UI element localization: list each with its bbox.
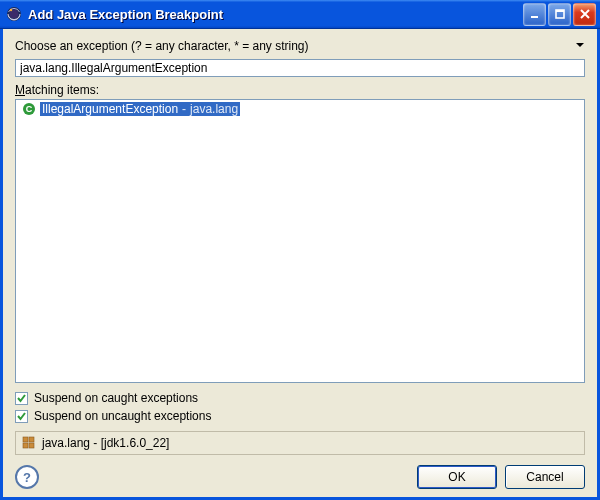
help-button[interactable]: ? bbox=[15, 465, 39, 489]
list-item-text: IllegalArgumentException - java.lang bbox=[40, 102, 240, 116]
separator: - bbox=[182, 102, 186, 116]
svg-rect-8 bbox=[23, 437, 28, 442]
eclipse-icon bbox=[6, 6, 22, 22]
matching-items-label: Matching items: bbox=[15, 83, 585, 97]
suspend-caught-row: Suspend on caught exceptions bbox=[15, 391, 585, 405]
maximize-button[interactable] bbox=[548, 3, 571, 26]
status-text: java.lang - [jdk1.6.0_22] bbox=[42, 436, 169, 450]
svg-rect-5 bbox=[556, 10, 564, 12]
window-buttons bbox=[523, 3, 596, 26]
matching-label-text: atching items: bbox=[25, 83, 99, 97]
ok-button[interactable]: OK bbox=[417, 465, 497, 489]
window-title: Add Java Exception Breakpoint bbox=[28, 7, 523, 22]
prompt-row: Choose an exception (? = any character, … bbox=[15, 39, 585, 53]
suspend-uncaught-row: Suspend on uncaught exceptions bbox=[15, 409, 585, 423]
matching-items-list[interactable]: C IllegalArgumentException - java.lang bbox=[15, 99, 585, 383]
svg-rect-10 bbox=[23, 443, 28, 448]
title-bar[interactable]: Add Java Exception Breakpoint bbox=[0, 0, 600, 29]
status-bar: java.lang - [jdk1.6.0_22] bbox=[15, 431, 585, 455]
package-icon bbox=[22, 436, 36, 450]
suspend-uncaught-label: Suspend on uncaught exceptions bbox=[34, 409, 211, 423]
dialog-body: Choose an exception (? = any character, … bbox=[0, 29, 600, 500]
class-name: IllegalArgumentException bbox=[42, 102, 178, 116]
svg-rect-9 bbox=[29, 437, 34, 442]
minimize-button[interactable] bbox=[523, 3, 546, 26]
package-name: java.lang bbox=[190, 102, 238, 116]
suspend-caught-checkbox[interactable] bbox=[15, 392, 28, 405]
svg-rect-11 bbox=[29, 443, 34, 448]
svg-rect-3 bbox=[531, 16, 538, 18]
history-dropdown-icon[interactable] bbox=[567, 39, 585, 53]
suspend-caught-label: Suspend on caught exceptions bbox=[34, 391, 198, 405]
list-item[interactable]: C IllegalArgumentException - java.lang bbox=[16, 100, 584, 117]
cancel-button[interactable]: Cancel bbox=[505, 465, 585, 489]
svg-point-2 bbox=[10, 9, 12, 11]
close-button[interactable] bbox=[573, 3, 596, 26]
svg-text:C: C bbox=[26, 104, 33, 114]
dialog-window: Add Java Exception Breakpoint Choose an … bbox=[0, 0, 600, 500]
class-icon: C bbox=[22, 102, 36, 116]
exception-search-input[interactable] bbox=[15, 59, 585, 77]
button-row: ? OK Cancel bbox=[15, 465, 585, 489]
suspend-uncaught-checkbox[interactable] bbox=[15, 410, 28, 423]
prompt-label: Choose an exception (? = any character, … bbox=[15, 39, 567, 53]
mnemonic-char: M bbox=[15, 83, 25, 97]
